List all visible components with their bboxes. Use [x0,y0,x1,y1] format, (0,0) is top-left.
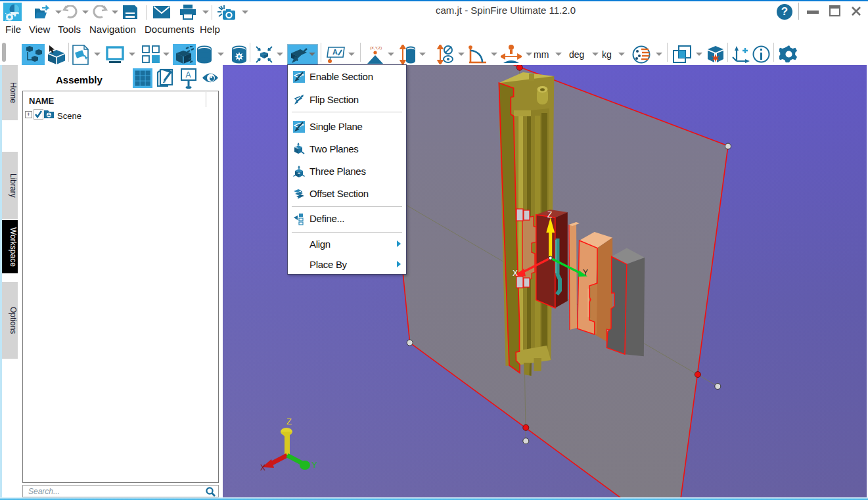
svg-text:X: X [513,269,518,278]
svg-text:Y: Y [583,268,588,277]
svg-text:A: A [186,70,191,80]
svg-text:(X,Y,Z): (X,Y,Z) [370,46,382,50]
svg-text:X: X [260,463,265,472]
svg-text:A: A [332,48,338,56]
svg-text:Y: Y [311,460,317,470]
svg-text:Z: Z [547,210,552,219]
svg-text:Z: Z [286,417,292,426]
